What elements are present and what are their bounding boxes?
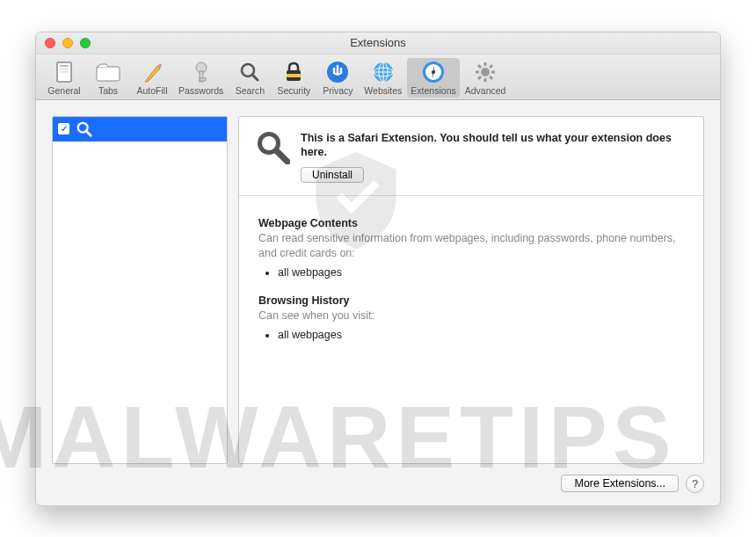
extensions-sidebar: ✓ — [52, 116, 228, 464]
svg-rect-1 — [60, 65, 69, 67]
tab-label: Privacy — [323, 85, 353, 96]
security-icon — [280, 60, 307, 84]
svg-line-28 — [478, 65, 481, 68]
extension-list-item[interactable]: ✓ — [53, 117, 227, 142]
svg-rect-7 — [200, 78, 206, 81]
privacy-icon — [324, 60, 351, 84]
svg-rect-11 — [287, 74, 301, 77]
permission-title: Browsing History — [258, 294, 684, 307]
svg-line-29 — [490, 76, 492, 79]
svg-rect-3 — [60, 71, 69, 73]
tab-search[interactable]: Search — [229, 58, 271, 98]
help-button[interactable]: ? — [686, 475, 704, 493]
minimize-button[interactable] — [62, 38, 73, 48]
tab-advanced[interactable]: Advanced — [462, 58, 510, 98]
content-area: ✓ This is a Safari Extension. You should… — [36, 100, 720, 475]
uninstall-button[interactable]: Uninstall — [301, 167, 364, 183]
tab-extensions[interactable]: Extensions — [407, 58, 459, 98]
extension-header: This is a Safari Extension. You should t… — [239, 117, 703, 197]
tab-label: Advanced — [465, 85, 506, 96]
tab-tabs[interactable]: Tabs — [87, 58, 129, 98]
extension-description: This is a Safari Extension. You should t… — [301, 131, 689, 161]
search-icon — [236, 60, 263, 84]
permission-list: all webpages — [278, 266, 684, 279]
permission-list-item: all webpages — [278, 266, 684, 279]
svg-point-35 — [262, 136, 276, 150]
tab-label: Search — [236, 85, 265, 96]
svg-rect-4 — [97, 67, 120, 81]
permission-list-item: all webpages — [278, 329, 684, 341]
tab-websites[interactable]: Websites — [360, 58, 405, 98]
svg-line-36 — [277, 151, 287, 162]
svg-line-9 — [252, 75, 258, 80]
svg-point-22 — [432, 70, 435, 74]
tab-label: Passwords — [178, 85, 223, 96]
autofill-icon — [139, 60, 165, 84]
extension-large-icon — [253, 127, 290, 164]
tabs-icon — [95, 60, 121, 84]
svg-line-31 — [490, 65, 492, 68]
preferences-window: Extensions General Tabs AutoFill Passwor… — [35, 32, 721, 506]
tab-security[interactable]: Security — [273, 58, 315, 98]
tab-label: AutoFill — [136, 85, 167, 96]
window-title: Extensions — [36, 36, 720, 49]
permission-description: Can read sensitive information from webp… — [258, 231, 684, 261]
websites-icon — [370, 60, 396, 84]
close-button[interactable] — [45, 38, 55, 48]
tab-privacy[interactable]: Privacy — [316, 58, 359, 98]
tab-label: Websites — [364, 85, 402, 96]
tab-label: General — [47, 85, 80, 96]
tab-label: Extensions — [411, 85, 455, 96]
tab-autofill[interactable]: AutoFill — [131, 58, 173, 98]
window-footer: More Extensions... ? — [36, 475, 720, 505]
extension-item-icon — [76, 121, 92, 137]
svg-line-33 — [86, 130, 91, 134]
permission-list: all webpages — [278, 329, 684, 341]
permission-title: Webpage Contents — [258, 217, 684, 229]
advanced-icon — [472, 60, 498, 84]
general-icon — [51, 60, 77, 84]
svg-line-30 — [478, 76, 481, 79]
tab-passwords[interactable]: Passwords — [175, 58, 227, 98]
svg-point-23 — [481, 68, 490, 76]
more-extensions-button[interactable]: More Extensions... — [561, 475, 679, 492]
traffic-lights — [45, 38, 91, 48]
svg-rect-2 — [60, 69, 69, 70]
preferences-toolbar: General Tabs AutoFill Passwords Search — [36, 54, 720, 100]
passwords-icon — [188, 60, 214, 84]
tab-general[interactable]: General — [43, 58, 85, 98]
tab-label: Tabs — [98, 85, 118, 96]
extensions-icon — [420, 60, 447, 84]
tab-label: Security — [277, 85, 310, 96]
extension-detail-pane: This is a Safari Extension. You should t… — [238, 116, 704, 464]
extension-enabled-checkbox[interactable]: ✓ — [58, 123, 69, 134]
titlebar: Extensions — [36, 33, 720, 54]
permissions-section: Webpage Contents Can read sensitive info… — [239, 196, 703, 366]
zoom-button[interactable] — [80, 38, 91, 48]
permission-description: Can see when you visit: — [258, 308, 684, 323]
